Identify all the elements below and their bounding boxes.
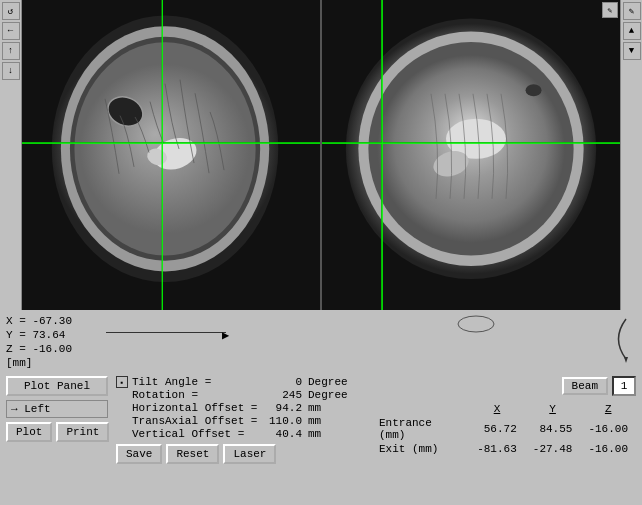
save-button[interactable]: Save xyxy=(116,444,162,464)
x-label: X = xyxy=(6,315,26,327)
y-value: 73.64 xyxy=(32,329,65,341)
rotation-unit: Degree xyxy=(308,389,363,401)
unit-label: [mm] xyxy=(6,356,96,370)
rotation-value: 245 xyxy=(262,389,302,401)
x-value: -67.30 xyxy=(32,315,72,327)
params-grid: ▪ Tilt Angle = 0 Degree Rotation = 245 D… xyxy=(116,376,363,440)
left-toolbar: ↺ ← ↑ ↓ xyxy=(0,0,22,310)
right-crosshair-horizontal xyxy=(322,143,620,144)
entrance-label: Entrance (mm) xyxy=(371,416,469,442)
transaxial-offset-unit: mm xyxy=(308,415,363,427)
horizontal-offset-label: Horizontal Offset = xyxy=(132,402,262,414)
right-scan-canvas[interactable] xyxy=(322,0,620,310)
tilt-angle-value: 0 xyxy=(262,376,302,388)
horizontal-offset-unit: mm xyxy=(308,402,363,414)
ellipse-area xyxy=(356,314,596,334)
results-area: Beam 1 X Y Z Entrance (mm) 56.72 xyxy=(371,376,636,456)
exit-z: -16.00 xyxy=(580,442,636,456)
plot-panel-button[interactable]: Plot Panel xyxy=(6,376,108,396)
z-coord-row: Z = -16.00 xyxy=(6,342,96,356)
toolbar-down-btn[interactable]: ↓ xyxy=(2,62,20,80)
vertical-offset-unit: mm xyxy=(308,428,363,440)
print-button[interactable]: Print xyxy=(56,422,109,442)
curve-arrow-svg xyxy=(606,314,636,364)
table-header-z: Z xyxy=(580,402,636,416)
right-toolbar-up-btn[interactable]: ▲ xyxy=(623,22,641,40)
z-value: -16.00 xyxy=(32,343,72,355)
entrance-x: 56.72 xyxy=(469,416,525,442)
arrow-area: ▶ xyxy=(106,314,346,364)
image-area: ↺ ← ↑ ↓ ✎ ✎ ▲ xyxy=(0,0,642,310)
scans-wrapper: ✎ xyxy=(22,0,620,310)
y-label: Y = xyxy=(6,329,26,341)
right-toolbar-down-btn[interactable]: ▼ xyxy=(623,42,641,60)
table-header-x: X xyxy=(469,402,525,416)
right-crosshair-vertical xyxy=(382,0,383,310)
rotation-label: Rotation = xyxy=(132,389,262,401)
table-header-label xyxy=(371,402,469,416)
tilt-angle-row: ▪ Tilt Angle = 0 Degree xyxy=(116,376,363,388)
transaxial-offset-row: TransAxial Offset = 110.0 mm xyxy=(116,415,363,427)
right-scan-container[interactable] xyxy=(322,0,620,310)
arrow-left-label: → Left xyxy=(6,400,108,418)
laser-button[interactable]: Laser xyxy=(223,444,276,464)
reset-button[interactable]: Reset xyxy=(166,444,219,464)
bottom-buttons: Plot Print xyxy=(6,422,108,442)
exit-row: Exit (mm) -81.63 -27.48 -16.00 xyxy=(371,442,636,456)
arrow-tip: ▶ xyxy=(222,328,229,343)
main-container: ↺ ← ↑ ↓ ✎ ✎ ▲ xyxy=(0,0,642,505)
toolbar-left-btn[interactable]: ← xyxy=(2,22,20,40)
svg-marker-1 xyxy=(624,357,628,363)
left-scan-container[interactable] xyxy=(22,0,320,310)
vertical-offset-label: Vertical Offset = xyxy=(132,428,262,440)
rotation-row: Rotation = 245 Degree xyxy=(116,389,363,401)
svg-point-0 xyxy=(458,316,494,332)
z-label: Z = xyxy=(6,343,26,355)
toolbar-up-btn[interactable]: ↑ xyxy=(2,42,20,60)
corner-resize-btn[interactable]: ✎ xyxy=(602,2,618,18)
ellipse-marker xyxy=(456,314,496,334)
left-crosshair-horizontal xyxy=(22,143,320,144)
curve-arrow-area xyxy=(606,314,636,367)
exit-y: -27.48 xyxy=(525,442,581,456)
coords-display: X = -67.30 Y = 73.64 Z = -16.00 [mm] xyxy=(6,314,96,370)
y-coord-row: Y = 73.64 xyxy=(6,328,96,342)
transaxial-offset-value: 110.0 xyxy=(262,415,302,427)
left-crosshair-vertical xyxy=(162,0,163,310)
tilt-angle-label: Tilt Angle = xyxy=(132,376,262,388)
left-scan-canvas[interactable] xyxy=(22,0,320,310)
beam-button[interactable]: Beam xyxy=(562,377,608,395)
tilt-angle-unit: Degree xyxy=(308,376,363,388)
info-area: X = -67.30 Y = 73.64 Z = -16.00 [mm] ▶ xyxy=(0,310,642,372)
vertical-offset-row: Vertical Offset = 40.4 mm xyxy=(116,428,363,440)
right-toolbar: ✎ ▲ ▼ xyxy=(620,0,642,310)
save-reset-area: Save Reset Laser xyxy=(116,444,363,464)
plot-button[interactable]: Plot xyxy=(6,422,52,442)
entrance-row: Entrance (mm) 56.72 84.55 -16.00 xyxy=(371,416,636,442)
horizontal-offset-row: Horizontal Offset = 94.2 mm xyxy=(116,402,363,414)
beam-number: 1 xyxy=(612,376,636,396)
beam-row: Beam 1 xyxy=(371,376,636,396)
horizontal-offset-value: 94.2 xyxy=(262,402,302,414)
entrance-y: 84.55 xyxy=(525,416,581,442)
left-controls: Plot Panel → Left Plot Print xyxy=(6,376,108,442)
bottom-area: Plot Panel → Left Plot Print ▪ Tilt Angl… xyxy=(0,372,642,505)
vertical-offset-value: 40.4 xyxy=(262,428,302,440)
exit-label: Exit (mm) xyxy=(371,442,469,456)
horizontal-arrow-line xyxy=(106,332,226,333)
params-area: ▪ Tilt Angle = 0 Degree Rotation = 245 D… xyxy=(116,376,363,464)
tilt-checkbox[interactable]: ▪ xyxy=(116,376,128,388)
exit-x: -81.63 xyxy=(469,442,525,456)
toolbar-rotate-btn[interactable]: ↺ xyxy=(2,2,20,20)
x-coord-row: X = -67.30 xyxy=(6,314,96,328)
transaxial-offset-label: TransAxial Offset = xyxy=(132,415,262,427)
entrance-z: -16.00 xyxy=(580,416,636,442)
results-table: X Y Z Entrance (mm) 56.72 84.55 -16.00 E… xyxy=(371,402,636,456)
right-toolbar-edit-btn[interactable]: ✎ xyxy=(623,2,641,20)
table-header-y: Y xyxy=(525,402,581,416)
